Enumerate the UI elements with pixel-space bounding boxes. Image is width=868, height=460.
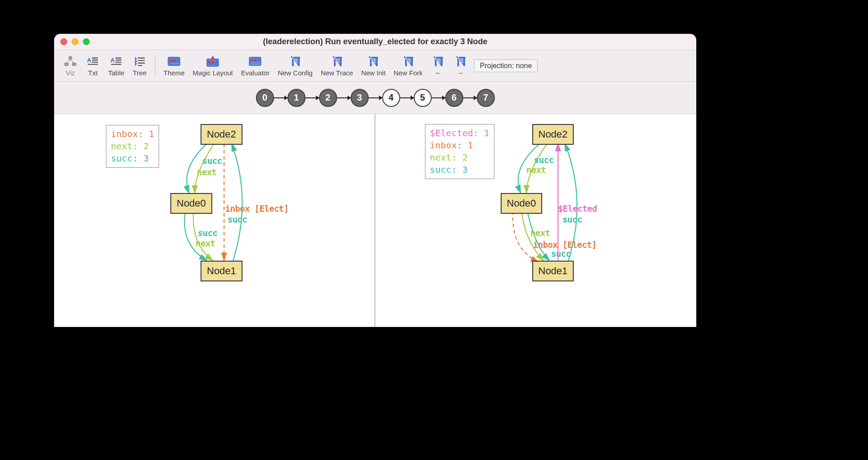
tree-button[interactable]: Tree xyxy=(129,53,151,78)
edge-label: succ xyxy=(228,215,247,224)
toolbar-label: Tree xyxy=(133,69,146,77)
minimize-icon[interactable] xyxy=(72,38,78,45)
magic-layout-button[interactable]: Magic Layout xyxy=(189,53,237,78)
graph-node[interactable]: Node1 xyxy=(201,261,242,281)
edge-label: succ xyxy=(534,155,553,165)
toolbar-label: → xyxy=(457,69,464,77)
new-trace-button[interactable]: New Trace xyxy=(317,53,357,78)
theme-icon xyxy=(167,55,181,68)
legend-item: inbox: 1 xyxy=(111,128,154,140)
zoom-icon[interactable] xyxy=(83,38,90,45)
toolbar-separator xyxy=(155,55,155,76)
edge-label: inbox [Elect] xyxy=(225,204,289,213)
trace-state-1[interactable]: 1 xyxy=(288,89,306,107)
txt-button[interactable]: A Txt xyxy=(82,53,104,78)
svg-rect-1 xyxy=(65,63,69,66)
trace-bar: 0 1 2 3 4 5 6 7 xyxy=(54,82,696,114)
titlebar: (leaderelection) Run eventually_elected … xyxy=(54,34,696,50)
trace-state-4[interactable]: 4 xyxy=(382,89,400,107)
graph-node[interactable]: Node0 xyxy=(170,193,212,214)
edge-label: succ xyxy=(198,228,217,238)
trace-states: 0 1 2 3 4 5 6 7 xyxy=(256,89,495,107)
trace-state-3[interactable]: 3 xyxy=(351,89,369,107)
edge-label: $Elected xyxy=(558,204,597,213)
toolbar-label: New Config xyxy=(278,69,313,77)
edge-label: next xyxy=(530,228,550,238)
legend-item: succ: 3 xyxy=(111,152,154,165)
prev-state-button[interactable]: ← xyxy=(427,53,449,78)
visualizer-window: (leaderelection) Run eventually_elected … xyxy=(54,34,696,327)
toolbar-label: Evaluator xyxy=(241,69,270,77)
next-state-button[interactable]: → xyxy=(450,53,471,78)
edge-label: inbox [Elect] xyxy=(533,240,597,249)
trace-state-6[interactable]: 6 xyxy=(445,89,463,107)
toolbar-label: New Fork xyxy=(394,69,423,77)
legend-item: next: 2 xyxy=(111,140,154,152)
legend-item: inbox: 1 xyxy=(430,139,489,152)
state-panel-left[interactable]: inbox: 1 next: 2 succ: 3 succ next xyxy=(54,114,375,327)
svg-rect-2 xyxy=(73,63,76,66)
arrow-icon xyxy=(274,97,288,98)
svg-point-15 xyxy=(255,59,257,61)
legend: $Elected: 1 inbox: 1 next: 2 succ: 3 xyxy=(425,124,494,179)
window-controls xyxy=(60,38,90,45)
toolbar-label: New Init xyxy=(361,69,385,77)
toolbar-label: Txt xyxy=(88,69,98,77)
scroll-icon xyxy=(453,55,468,68)
svg-point-14 xyxy=(251,59,254,61)
svg-point-11 xyxy=(212,61,215,64)
edge-label: succ xyxy=(202,156,222,166)
svg-text:A: A xyxy=(110,57,115,64)
new-init-button[interactable]: New Init xyxy=(357,53,389,78)
graph-content: inbox: 1 next: 2 succ: 3 succ next xyxy=(54,114,696,327)
viz-button[interactable]: Viz xyxy=(59,53,81,78)
svg-point-0 xyxy=(69,56,72,60)
trace-state-7[interactable]: 7 xyxy=(477,89,495,107)
arrow-icon xyxy=(369,97,382,98)
viz-icon xyxy=(63,55,78,68)
graph-node[interactable]: Node1 xyxy=(532,261,574,281)
toolbar: Viz A Txt A Table Tree xyxy=(54,50,696,82)
svg-point-8 xyxy=(177,60,179,62)
projection-selector[interactable]: Projection: none xyxy=(474,60,538,72)
scroll-icon xyxy=(288,55,302,68)
svg-point-16 xyxy=(258,59,260,61)
toolbar-label: Table xyxy=(108,69,124,77)
edge-label: succ xyxy=(551,249,571,258)
svg-point-12 xyxy=(215,61,218,64)
trace-state-2[interactable]: 2 xyxy=(319,89,337,107)
new-config-button[interactable]: New Config xyxy=(274,53,316,78)
toolbar-label: New Trace xyxy=(321,69,353,77)
evaluator-button[interactable]: Evaluator xyxy=(238,53,273,78)
trace-state-0[interactable]: 0 xyxy=(256,89,274,107)
toolbar-label: Theme xyxy=(164,69,185,77)
trace-state-5[interactable]: 5 xyxy=(414,89,432,107)
toolbar-label: Viz xyxy=(66,69,75,77)
state-panel-right[interactable]: $Elected: 1 inbox: 1 next: 2 succ: 3 xyxy=(375,114,697,327)
svg-point-7 xyxy=(173,60,176,62)
graph-node[interactable]: Node2 xyxy=(201,124,242,145)
scroll-icon xyxy=(431,55,445,68)
arrow-icon xyxy=(463,97,477,98)
edge-label: next xyxy=(526,165,546,175)
graph-node[interactable]: Node2 xyxy=(532,124,574,145)
svg-point-6 xyxy=(170,60,173,62)
svg-rect-13 xyxy=(249,57,261,66)
arrow-icon xyxy=(400,97,414,98)
new-fork-button[interactable]: New Fork xyxy=(390,53,426,78)
scroll-icon xyxy=(366,55,380,68)
close-icon[interactable] xyxy=(60,38,67,45)
table-button[interactable]: A Table xyxy=(105,53,128,78)
legend: inbox: 1 next: 2 succ: 3 xyxy=(106,125,159,168)
legend-item: succ: 3 xyxy=(430,164,489,176)
arrow-icon xyxy=(337,97,351,98)
toolbar-label: Magic Layout xyxy=(193,69,233,77)
scroll-icon xyxy=(401,55,416,68)
table-icon: A xyxy=(109,55,123,68)
graph-node[interactable]: Node0 xyxy=(501,193,543,214)
magic-layout-icon xyxy=(206,55,220,68)
legend-item: $Elected: 1 xyxy=(430,127,489,139)
scroll-icon xyxy=(330,55,344,68)
theme-button[interactable]: Theme xyxy=(160,53,188,78)
svg-text:A: A xyxy=(87,57,91,64)
